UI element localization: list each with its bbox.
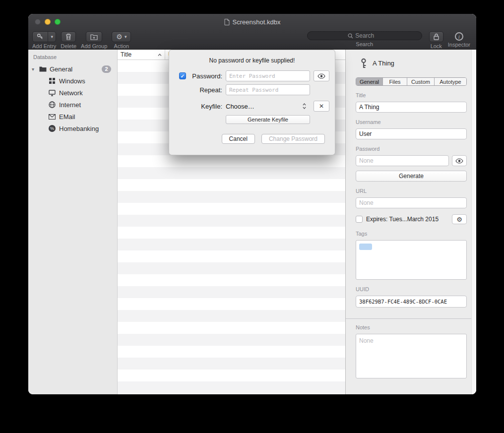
change-password-button[interactable]: Change Password <box>261 134 325 144</box>
sidebar-item-network[interactable]: Network <box>28 87 117 99</box>
stepper-icon <box>303 103 306 109</box>
dialog-buttons: Cancel Change Password <box>169 134 325 144</box>
titlebar[interactable]: Screenshot.kdbx <box>28 14 476 30</box>
add-entry-label: Add Entry <box>32 43 56 49</box>
uuid-field[interactable] <box>356 296 467 308</box>
generate-password-button[interactable]: Generate <box>356 171 467 182</box>
entry-header: A Thing <box>356 57 467 69</box>
action-button[interactable]: ⚙ ▾ <box>112 31 131 42</box>
lock-button[interactable] <box>429 31 443 42</box>
zoom-button[interactable] <box>55 19 61 25</box>
notes-field[interactable] <box>356 334 467 378</box>
password-input[interactable] <box>226 70 310 81</box>
expires-settings-button[interactable]: ⚙ <box>452 214 467 224</box>
column-title-label: Title <box>121 51 131 58</box>
generate-keyfile-row: Generate Keyfile <box>179 115 335 124</box>
minimize-button[interactable] <box>45 19 51 25</box>
expires-label: Expires: Tues...March 2015 <box>366 216 439 223</box>
search-field[interactable] <box>307 31 422 40</box>
search-icon <box>348 33 353 39</box>
sidebar-item-internet[interactable]: Internet <box>28 99 117 111</box>
chevron-down-icon: ▾ <box>51 34 53 39</box>
repeat-row: Repeat: <box>179 84 335 95</box>
sort-ascending-icon <box>158 54 162 56</box>
entry-count-badge: 2 <box>102 65 111 73</box>
sidebar-item-email[interactable]: EMail <box>28 111 117 123</box>
tab-files[interactable]: Files <box>383 78 407 85</box>
column-header-title[interactable]: Title <box>118 50 165 60</box>
keyfile-popup[interactable]: Choose… <box>226 101 310 112</box>
entry-title: A Thing <box>373 60 394 67</box>
toolbar-item-add-group: Add Group <box>81 31 107 49</box>
search-input[interactable] <box>355 32 381 39</box>
add-entry-button[interactable]: ▾ <box>32 31 56 42</box>
expires-checkbox[interactable] <box>356 216 363 223</box>
gear-icon: ⚙ <box>116 33 123 40</box>
key-icon <box>33 32 48 42</box>
tab-custom[interactable]: Custom <box>407 78 435 85</box>
inspector-divider <box>346 318 472 319</box>
globe-icon <box>48 101 56 109</box>
keyfile-label: Keyfile: <box>190 103 222 110</box>
tag-chip[interactable] <box>359 244 372 250</box>
toolbar-item-lock: Lock <box>429 31 443 49</box>
tab-autotype[interactable]: Autotype <box>435 78 466 85</box>
delete-label: Delete <box>61 43 76 49</box>
inspector-toggle-button[interactable]: i <box>455 32 463 41</box>
change-password-label: Change Password <box>269 135 317 142</box>
delete-button[interactable] <box>61 31 76 42</box>
sidebar-item-label: General <box>50 65 72 73</box>
repeat-input[interactable] <box>226 84 310 95</box>
toolbar: ▾ Add Entry Delete Add Group <box>28 30 476 50</box>
clear-keyfile-button[interactable]: ✕ <box>314 101 329 112</box>
password-checkbox[interactable]: ✓ <box>179 72 186 79</box>
window-title: Screenshot.kdbx <box>233 18 281 26</box>
envelope-icon <box>48 113 56 121</box>
inspector-tabs: General Files Custom Autotype <box>356 77 467 86</box>
username-field[interactable] <box>356 128 467 139</box>
add-group-button[interactable] <box>86 31 102 42</box>
sidebar: Database ▾ General 2 Windows Networ <box>28 50 118 394</box>
add-entry-dropdown[interactable]: ▾ <box>48 32 56 42</box>
toolbar-item-inspector: i Inspector <box>448 31 470 48</box>
url-field-label: URL <box>356 188 467 194</box>
inspector-panel: A Thing General Files Custom Autotype Ti… <box>345 50 476 394</box>
reveal-password-button[interactable] <box>314 70 329 81</box>
uuid-label: UUID <box>356 286 467 292</box>
tags-field[interactable] <box>356 240 467 280</box>
reveal-password-button[interactable] <box>452 155 467 166</box>
title-area: Screenshot.kdbx <box>28 18 476 26</box>
generate-keyfile-button[interactable]: Generate Keyfile <box>226 115 310 124</box>
username-field-label: Username <box>356 119 467 125</box>
dialog-message: No password or keyfile supplied! <box>169 57 335 64</box>
homebanking-icon: % <box>48 124 56 132</box>
generate-label: Generate <box>399 173 424 180</box>
inspector-label: Inspector <box>448 42 470 48</box>
change-password-dialog: No password or keyfile supplied! ✓ Passw… <box>169 50 335 155</box>
password-field[interactable] <box>356 155 449 166</box>
tab-general[interactable]: General <box>356 78 383 85</box>
tab-label: Autotype <box>440 79 461 85</box>
sidebar-section-header: Database <box>28 54 117 63</box>
eye-icon <box>455 158 463 164</box>
chevron-down-icon: ▾ <box>125 34 127 39</box>
title-field[interactable] <box>356 102 467 113</box>
info-icon: i <box>458 34 460 40</box>
toolbar-item-add-entry: ▾ Add Entry <box>32 31 56 49</box>
sidebar-item-label: Homebanking <box>59 125 99 132</box>
tab-label: General <box>360 79 379 85</box>
cancel-button[interactable]: Cancel <box>222 134 255 144</box>
sidebar-item-windows[interactable]: Windows <box>28 75 117 87</box>
percent-icon: % <box>50 126 54 131</box>
toolbar-item-search: Search <box>307 31 422 47</box>
sidebar-item-general[interactable]: ▾ General 2 <box>28 63 117 75</box>
close-button[interactable] <box>35 19 41 25</box>
inspector-scrollbar[interactable] <box>471 50 476 394</box>
disclosure-triangle-icon[interactable]: ▾ <box>32 66 39 72</box>
sidebar-item-label: Network <box>59 89 83 97</box>
url-field[interactable] <box>356 197 467 208</box>
network-icon <box>48 89 56 97</box>
traffic-lights <box>28 19 61 25</box>
sidebar-item-homebanking[interactable]: % Homebanking <box>28 123 117 134</box>
lock-icon <box>434 33 439 40</box>
